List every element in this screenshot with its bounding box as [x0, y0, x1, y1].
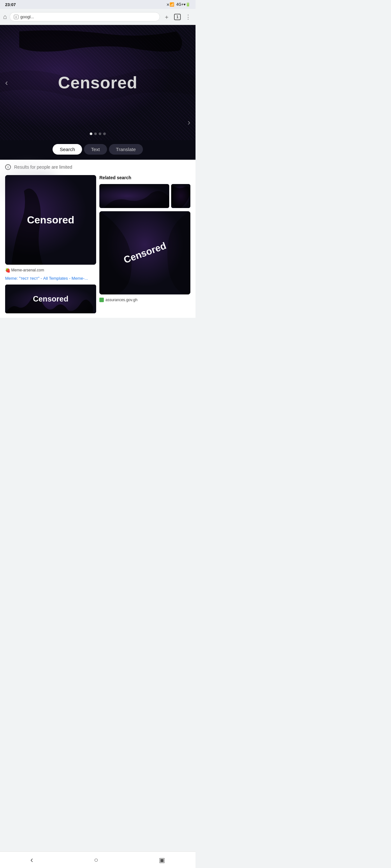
related-search-label: Related search — [99, 175, 190, 180]
right-big-tile[interactable]: Censored — [99, 211, 190, 294]
toolbar-actions: ＋ 1 ⋮ — [163, 12, 192, 22]
tab-icon: ≡ — [14, 15, 18, 19]
result-source-2: assurances.gov.gh — [99, 298, 190, 302]
favicon-2 — [99, 298, 104, 302]
bluetooth-icon: ⨯📶 — [166, 2, 174, 7]
result-title-1[interactable]: Meme: "тест тест" - All Templates - Meme… — [5, 276, 96, 281]
image-search-area: ‹ Censored › — [0, 25, 196, 140]
status-bar: 23:07 ⨯📶 4G+▾🔋 — [0, 0, 196, 9]
related-thumbs-row — [99, 184, 190, 208]
source-domain-2: assurances.gov.gh — [106, 298, 138, 302]
status-time: 23:07 — [5, 2, 16, 7]
dot-1 — [90, 132, 92, 135]
search-button[interactable]: Search — [53, 144, 82, 155]
image-dots — [90, 132, 106, 135]
status-icons: ⨯📶 4G+▾🔋 — [166, 2, 190, 7]
action-buttons: Search Text Translate — [0, 140, 196, 160]
main-tile-censored: Censored — [27, 214, 74, 226]
favicon-1: 🍓 — [5, 268, 9, 272]
new-tab-button[interactable]: ＋ — [163, 12, 171, 22]
translate-button[interactable]: Translate — [109, 144, 143, 155]
address-bar[interactable]: ≡ googl... — [9, 12, 160, 22]
related-thumb-wide[interactable] — [99, 184, 169, 208]
tab-count[interactable]: 1 — [174, 14, 181, 20]
main-censored-label: Censored — [58, 73, 138, 92]
more-options-button[interactable]: ⋮ — [184, 12, 192, 22]
url-text: googl... — [21, 14, 34, 19]
results-section: i Results for people are limited Censore… — [0, 160, 196, 318]
related-thumb-small[interactable] — [171, 184, 190, 208]
next-button[interactable]: › — [188, 118, 190, 127]
left-column: Censored 🍓 Meme-arsenal.com Meme: "тест … — [5, 175, 96, 313]
home-icon[interactable]: ⌂ — [3, 13, 7, 21]
results-grid: Censored 🍓 Meme-arsenal.com Meme: "тест … — [5, 175, 190, 313]
back-button[interactable]: ‹ — [5, 78, 8, 88]
dot-2 — [94, 132, 97, 135]
dot-3 — [99, 132, 101, 135]
dot-4 — [103, 132, 106, 135]
result-source-1: 🍓 Meme-arsenal.com — [5, 268, 96, 272]
right-column: Related search — [99, 175, 190, 313]
main-result-tile[interactable]: Censored — [5, 175, 96, 265]
signal-strength: 4G+▾🔋 — [176, 2, 190, 7]
bottom-censor-strip[interactable]: Censored — [5, 284, 96, 313]
text-button[interactable]: Text — [84, 144, 107, 155]
source-domain-1: Meme-arsenal.com — [11, 268, 44, 272]
browser-toolbar: ⌂ ≡ googl... ＋ 1 ⋮ — [0, 9, 196, 25]
bottom-censor-label: Censored — [33, 294, 68, 303]
